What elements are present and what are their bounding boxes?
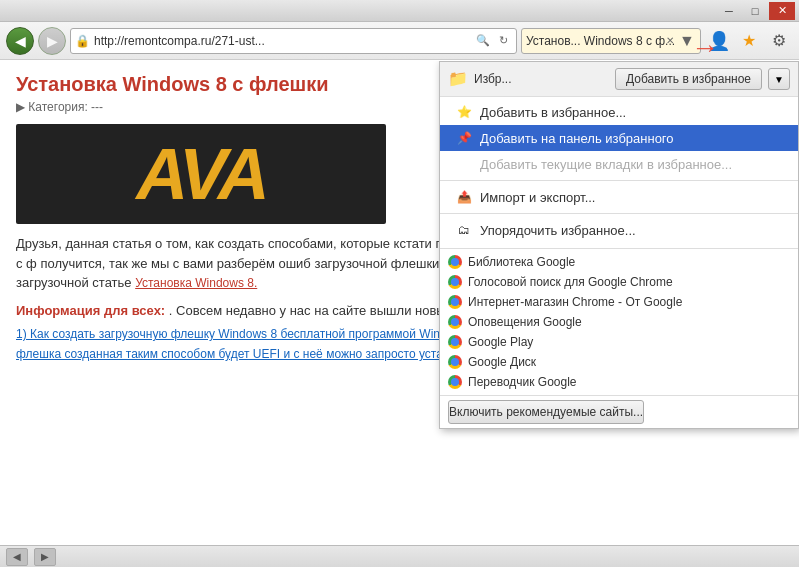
close-button[interactable]: ✕ [769, 2, 795, 20]
add-to-favorites-button[interactable]: Добавить в избранное [615, 68, 762, 90]
bookmark-google-translate[interactable]: Переводчик Google [440, 372, 798, 392]
status-nav-left: ◀ ▶ [6, 548, 56, 566]
dropdown-title: Избр... [474, 72, 609, 86]
bookmarks-separator [440, 248, 798, 249]
status-bar: ◀ ▶ [0, 545, 799, 567]
recommend-separator [440, 395, 798, 396]
address-bar[interactable]: 🔒 http://remontcompa.ru/271-ust... 🔍 ↻ [70, 28, 517, 54]
separator-1 [440, 180, 798, 181]
bookmark-star-button[interactable]: ★ [735, 27, 763, 55]
add-to-toolbar-item[interactable]: 📌 Добавить на панель избранного [440, 125, 798, 151]
toolbar: ◀ ▶ 🔒 http://remontcompa.ru/271-ust... 🔍… [0, 22, 799, 60]
ava-text: AVA [136, 133, 265, 215]
favorites-menu-list: ⭐ Добавить в избранное... 📌 Добавить на … [440, 97, 798, 245]
settings-button[interactable]: ⚙ [765, 27, 793, 55]
separator-2 [440, 213, 798, 214]
chrome-store-icon [448, 295, 462, 309]
dropdown-header: 📁 Избр... Добавить в избранное ▼ [440, 62, 798, 97]
address-text: http://remontcompa.ru/271-ust... [94, 34, 470, 48]
add-all-tabs-item: Добавить текущие вкладки в избранное... [440, 151, 798, 177]
status-forward-button[interactable]: ▶ [34, 548, 56, 566]
organize-favorites-item[interactable]: 🗂 Упорядочить избранное... [440, 217, 798, 243]
back-button[interactable]: ◀ [6, 27, 34, 55]
bookmarks-list: Библиотека Google Голосовой поиск для Go… [440, 252, 798, 392]
bookmark-voice-google[interactable]: Голосовой поиск для Google Chrome [440, 272, 798, 292]
google-notif-icon [448, 315, 462, 329]
google-play-icon [448, 335, 462, 349]
winsetup-link[interactable]: 1) Как создать загрузочную флешку Window… [16, 327, 471, 341]
favorites-dropdown: 📁 Избр... Добавить в избранное ▼ ⭐ Добав… [439, 61, 799, 429]
minimize-button[interactable]: ─ [716, 2, 742, 20]
status-back-button[interactable]: ◀ [6, 548, 28, 566]
lock-icon: 🔒 [75, 34, 90, 48]
search-address-icon[interactable]: 🔍 [474, 32, 492, 50]
organize-icon: 🗂 [456, 222, 472, 238]
add-to-favorites-item[interactable]: ⭐ Добавить в избранное... [440, 99, 798, 125]
content-area: Установка Windows 8 с флешки ▶ Категория… [0, 61, 799, 545]
bookmark-google-disk[interactable]: Google Диск [440, 352, 798, 372]
toolbar-icon: 📌 [456, 130, 472, 146]
bookmark-google-play[interactable]: Google Play [440, 332, 798, 352]
refresh-button[interactable]: ↻ [494, 32, 512, 50]
bookmark-google-notif[interactable]: Оповещения Google [440, 312, 798, 332]
bib-google-icon [448, 255, 462, 269]
recommend-sites-button[interactable]: Включить рекомендуемые сайты... [448, 400, 644, 424]
google-translate-icon [448, 375, 462, 389]
ava-logo: AVA [16, 124, 386, 224]
import-export-item[interactable]: 📤 Импорт и экспорт... [440, 184, 798, 210]
arrow-indicator: → [691, 32, 719, 64]
import-icon: 📤 [456, 189, 472, 205]
dropdown-arrow-button[interactable]: ▼ [768, 68, 790, 90]
add-fav-icon: ⭐ [456, 104, 472, 120]
google-disk-icon [448, 355, 462, 369]
search-clear-button[interactable]: ✕ [666, 35, 674, 46]
voice-google-icon [448, 275, 462, 289]
folder-icon: 📁 [448, 69, 468, 89]
tabs-icon [456, 156, 472, 172]
restore-button[interactable]: □ [742, 2, 768, 20]
bookmark-bib-google[interactable]: Библиотека Google [440, 252, 798, 272]
forward-button[interactable]: ▶ [38, 27, 66, 55]
window-chrome: ─ □ ✕ [0, 0, 799, 22]
bookmark-chrome-store[interactable]: Интернет-магазин Chrome - От Google [440, 292, 798, 312]
uefi-link: флешка созданная таким способом будет UE… [16, 347, 496, 361]
install-windows-link[interactable]: Установка Windows 8. [135, 276, 257, 290]
search-bar[interactable]: Установ... Windows 8 с ф... ✕ ▼ [521, 28, 701, 54]
